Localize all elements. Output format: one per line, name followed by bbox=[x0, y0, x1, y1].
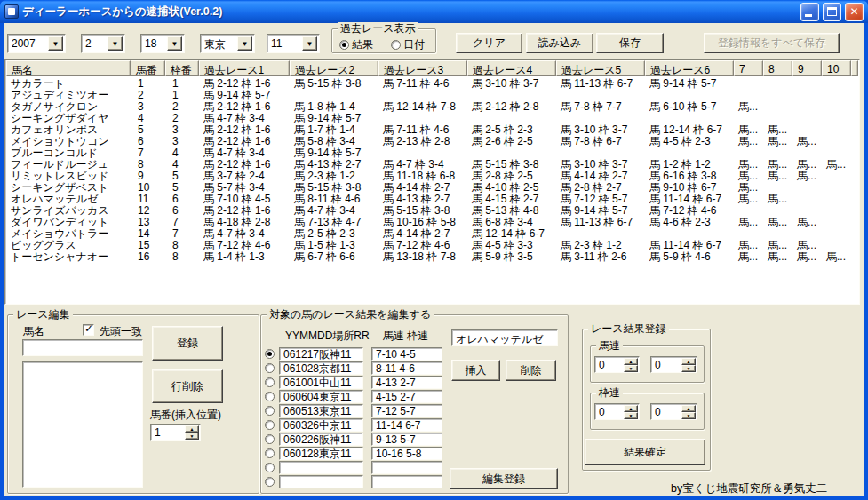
race-result-input[interactable]: 8-11 4-6 bbox=[371, 361, 442, 375]
spin-down-icon[interactable]: ▼ bbox=[185, 433, 199, 440]
place-combobox[interactable]: 東京 ▼ bbox=[200, 34, 255, 53]
race-result-input[interactable] bbox=[371, 475, 442, 488]
spin-down-icon[interactable]: ▼ bbox=[681, 412, 696, 419]
race-select-radio[interactable] bbox=[265, 392, 275, 401]
column-header[interactable]: 馬番 bbox=[131, 60, 165, 76]
race-number-combobox[interactable]: 11 ▼ bbox=[267, 34, 320, 53]
umaren-stepper-1[interactable]: 0 ▲▼ bbox=[594, 356, 640, 373]
chevron-down-icon[interactable]: ▼ bbox=[108, 36, 123, 51]
column-header[interactable]: 10 bbox=[822, 60, 851, 76]
race-select-radio[interactable] bbox=[265, 363, 275, 373]
result-radio[interactable] bbox=[339, 40, 349, 50]
chevron-down-icon[interactable]: ▼ bbox=[237, 36, 252, 51]
race-result-input[interactable]: 4-15 2-7 bbox=[371, 390, 442, 403]
insert-position-stepper[interactable]: 1 ▲▼ bbox=[150, 424, 201, 441]
spin-down-icon[interactable]: ▼ bbox=[681, 365, 696, 372]
race-select-radio[interactable] bbox=[265, 448, 275, 458]
race-select-radio[interactable] bbox=[265, 434, 275, 444]
close-button[interactable]: ✕ bbox=[845, 3, 864, 21]
load-button[interactable]: 読み込み bbox=[526, 33, 593, 53]
race-date-input[interactable] bbox=[279, 461, 363, 474]
chevron-down-icon[interactable]: ▼ bbox=[302, 36, 317, 51]
spin-up-icon[interactable]: ▲ bbox=[185, 425, 199, 433]
day-combobox[interactable]: 18 ▼ bbox=[140, 34, 185, 53]
spin-up-icon[interactable]: ▲ bbox=[681, 358, 696, 365]
table-row[interactable]: サンライズバッカス126馬 2-12 枠 1-6馬 4-7 枠 3-4馬 5-1… bbox=[6, 205, 858, 217]
table-row[interactable]: メイショウトウコン63馬 2-12 枠 1-6馬 5-8 枠 3-4馬 2-13… bbox=[6, 136, 858, 147]
race-result-input[interactable]: 11-14 6-7 bbox=[371, 418, 442, 432]
column-header[interactable]: 8 bbox=[763, 60, 792, 76]
spin-down-icon[interactable]: ▼ bbox=[624, 365, 638, 372]
date-radio-option[interactable]: 日付 bbox=[391, 37, 425, 52]
race-select-radio[interactable] bbox=[265, 406, 275, 416]
race-date-input[interactable]: 060604東京11 bbox=[279, 390, 363, 403]
clear-button[interactable]: クリア bbox=[456, 33, 522, 53]
table-row[interactable]: サカラート11馬 2-12 枠 1-6馬 5-15 枠 3-8馬 7-11 枠 … bbox=[6, 78, 858, 90]
column-header[interactable]: 過去レース5 bbox=[556, 60, 645, 76]
register-button[interactable]: 登録 bbox=[152, 326, 223, 361]
spin-down-icon[interactable]: ▼ bbox=[624, 412, 638, 419]
table-row[interactable]: アジュディミツオー21馬 9-14 枠 5-7 bbox=[6, 90, 858, 101]
save-button[interactable]: 保存 bbox=[596, 33, 664, 53]
table-row[interactable]: ビッググラス158馬 7-12 枠 4-6馬 1-5 枠 1-3馬 7-12 枠… bbox=[6, 240, 858, 251]
table-row[interactable]: オレハマッテルゼ116馬 7-10 枠 4-5馬 8-11 枠 4-6馬 4-1… bbox=[6, 194, 858, 205]
column-header[interactable]: 9 bbox=[792, 60, 822, 76]
horse-listbox[interactable] bbox=[22, 361, 143, 488]
month-combobox[interactable]: 2 ▼ bbox=[81, 34, 125, 53]
race-date-input[interactable]: 061217阪神11 bbox=[279, 347, 363, 361]
race-result-input[interactable]: 7-12 5-7 bbox=[371, 404, 442, 417]
race-date-input[interactable]: 060326中京11 bbox=[279, 418, 363, 432]
column-header[interactable]: 枠番 bbox=[165, 60, 199, 76]
race-date-input[interactable]: 061001中山11 bbox=[279, 376, 363, 389]
wakuren-stepper-1[interactable]: 0 ▲▼ bbox=[594, 403, 640, 420]
column-header[interactable]: 過去レース4 bbox=[467, 60, 556, 76]
result-radio-option[interactable]: 結果 bbox=[339, 37, 373, 52]
title-bar[interactable]: ディーラーホースからの逮捕状(Ver.0.2) ✕ bbox=[0, 0, 868, 23]
table-row[interactable]: トーセンシャナオー168馬 1-4 枠 1-3馬 6-7 枠 6-6馬 13-1… bbox=[6, 251, 858, 263]
race-select-radio[interactable] bbox=[265, 377, 275, 387]
column-header[interactable]: 7 bbox=[734, 60, 763, 76]
prefix-match-checkbox[interactable]: ✓ bbox=[83, 324, 94, 336]
date-radio[interactable] bbox=[391, 40, 401, 50]
table-row[interactable]: ダイワバンディット137馬 4-18 枠 2-8馬 7-13 枠 4-7馬 10… bbox=[6, 217, 858, 228]
column-header[interactable]: 過去レース6 bbox=[645, 60, 734, 76]
spin-up-icon[interactable]: ▲ bbox=[681, 405, 696, 412]
column-header[interactable]: 過去レース1 bbox=[199, 60, 290, 76]
race-date-input[interactable]: 061028京都11 bbox=[279, 361, 363, 375]
confirm-result-button[interactable]: 結果確定 bbox=[585, 439, 705, 465]
race-date-input[interactable]: 060128東京11 bbox=[279, 447, 363, 460]
race-result-input[interactable]: 4-13 2-7 bbox=[371, 376, 442, 389]
delete-button[interactable]: 削除 bbox=[506, 360, 556, 381]
spin-up-icon[interactable]: ▲ bbox=[624, 358, 638, 365]
minimize-button[interactable] bbox=[800, 3, 819, 21]
race-select-radio[interactable] bbox=[265, 420, 275, 430]
column-header[interactable]: 馬名 bbox=[6, 60, 131, 76]
column-header[interactable]: 過去レース2 bbox=[290, 60, 378, 76]
table-row[interactable]: カフェオリンポス53馬 2-12 枠 1-6馬 1-7 枠 1-4馬 7-11 … bbox=[6, 124, 858, 136]
edit-register-button[interactable]: 編集登録 bbox=[450, 468, 558, 489]
race-result-input[interactable]: 9-13 5-7 bbox=[371, 433, 442, 446]
table-row[interactable]: フィールドルージュ84馬 2-12 枠 1-6馬 4-13 枠 2-7馬 4-7… bbox=[6, 159, 858, 171]
table-row[interactable]: リミットレスビッド95馬 3-7 枠 2-4馬 2-3 枠 1-2馬 11-18… bbox=[6, 171, 858, 182]
table-row[interactable]: ブルーコンコルド74馬 4-7 枠 3-4馬 9-14 枠 5-7 bbox=[6, 147, 858, 159]
umaren-stepper-2[interactable]: 0 ▲▼ bbox=[650, 356, 697, 373]
race-date-input[interactable]: 060513東京11 bbox=[279, 404, 363, 417]
chevron-down-icon[interactable]: ▼ bbox=[48, 36, 63, 51]
horse-name-input[interactable] bbox=[22, 339, 143, 356]
race-date-input[interactable] bbox=[279, 475, 363, 488]
race-select-radio[interactable] bbox=[265, 349, 275, 359]
year-combobox[interactable]: 2007 ▼ bbox=[7, 34, 66, 53]
table-row[interactable]: シーキングザダイヤ42馬 4-7 枠 3-4馬 9-14 枠 5-7 bbox=[6, 113, 858, 124]
race-result-input[interactable]: 10-16 5-8 bbox=[371, 447, 442, 460]
race-result-input[interactable]: 7-10 4-5 bbox=[371, 347, 442, 361]
chevron-down-icon[interactable]: ▼ bbox=[167, 36, 182, 51]
spin-up-icon[interactable]: ▲ bbox=[624, 405, 638, 412]
race-date-input[interactable]: 060226阪神11 bbox=[279, 433, 363, 446]
maximize-button[interactable] bbox=[823, 3, 841, 21]
insert-button[interactable]: 挿入 bbox=[451, 360, 500, 381]
table-row[interactable]: タガノサイクロン32馬 2-12 枠 1-6馬 1-8 枠 1-4馬 12-14… bbox=[6, 101, 858, 113]
table-row[interactable]: メイショウバトラー147馬 4-7 枠 3-4馬 2-5 枠 2-3馬 4-14… bbox=[6, 228, 858, 240]
delete-row-button[interactable]: 行削除 bbox=[152, 369, 223, 403]
race-result-input[interactable] bbox=[371, 461, 442, 474]
race-select-radio[interactable] bbox=[265, 477, 275, 487]
